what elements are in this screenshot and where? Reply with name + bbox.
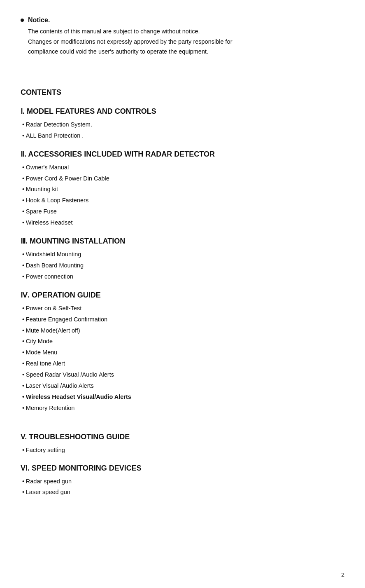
notice-section: Notice. The contents of this manual are … bbox=[21, 16, 344, 57]
notice-line2: Changes or modifications not expressly a… bbox=[28, 37, 344, 47]
list-item: ALL Band Protection . bbox=[22, 130, 344, 141]
list-item: Memory Retention bbox=[22, 403, 344, 414]
section-ii-items: Owner's ManualPower Cord & Power Din Cab… bbox=[22, 162, 344, 228]
list-item: Radar Detection System. bbox=[22, 119, 344, 130]
list-item: Laser Visual /Audio Alerts bbox=[22, 380, 344, 391]
section-vi-title: VI. SPEED MONITORING DEVICES bbox=[21, 464, 344, 473]
list-item: Mute Mode(Alert off) bbox=[22, 325, 344, 336]
list-item: Mounting kit bbox=[22, 184, 344, 195]
page-number: 2 bbox=[341, 572, 344, 578]
list-item: Factory setting bbox=[22, 445, 344, 456]
notice-body: The contents of this manual are subject … bbox=[28, 26, 344, 57]
list-item: Windshield Mounting bbox=[22, 249, 344, 260]
notice-line1: The contents of this manual are subject … bbox=[28, 26, 344, 37]
list-item: Power Cord & Power Din Cable bbox=[22, 173, 344, 184]
list-item: Laser speed gun bbox=[22, 487, 344, 498]
section-v-section: V. TROUBLESHOOTING GUIDEFactory setting bbox=[21, 433, 344, 456]
section-ii-section: Ⅱ. ACCESSORIES INCLUDED WITH RADAR DETEC… bbox=[21, 150, 344, 228]
section-v-items: Factory setting bbox=[22, 445, 344, 456]
list-item: Mode Menu bbox=[22, 347, 344, 358]
list-item: City Mode bbox=[22, 336, 344, 347]
list-item: Wireless Headset Visual/Audio Alerts bbox=[22, 391, 344, 403]
list-item: Dash Board Mounting bbox=[22, 260, 344, 271]
section-vi-items: Radar speed gunLaser speed gun bbox=[22, 476, 344, 498]
section-iii-section: Ⅲ. MOUNTING INSTALLATIONWindshield Mount… bbox=[21, 237, 344, 282]
notice-title: Notice. bbox=[28, 16, 50, 24]
list-item: Real tone Alert bbox=[22, 358, 344, 369]
section-ii-title: Ⅱ. ACCESSORIES INCLUDED WITH RADAR DETEC… bbox=[21, 150, 344, 159]
section-i-items: Radar Detection System.ALL Band Protecti… bbox=[22, 119, 344, 141]
section-iii-items: Windshield MountingDash Board MountingPo… bbox=[22, 249, 344, 282]
list-item: Spare Fuse bbox=[22, 206, 344, 217]
section-i-section: Ⅰ. MODEL FEATURES AND CONTROLSRadar Dete… bbox=[21, 107, 344, 141]
list-item: Radar speed gun bbox=[22, 476, 344, 487]
list-item: Hook & Loop Fasteners bbox=[22, 195, 344, 206]
section-iv-section: Ⅳ. OPERATION GUIDEPower on & Self-TestFe… bbox=[21, 290, 344, 424]
list-item: Wireless Headset bbox=[22, 217, 344, 228]
section-iii-title: Ⅲ. MOUNTING INSTALLATION bbox=[21, 237, 344, 246]
section-iv-items: Power on & Self-TestFeature Engaged Conf… bbox=[22, 303, 344, 414]
list-item: Owner's Manual bbox=[22, 162, 344, 173]
list-item: Power connection bbox=[22, 271, 344, 282]
section-i-title: Ⅰ. MODEL FEATURES AND CONTROLS bbox=[21, 107, 344, 116]
list-item: Power on & Self-Test bbox=[22, 303, 344, 314]
list-item: Speed Radar Visual /Audio Alerts bbox=[22, 369, 344, 380]
list-item: Feature Engaged Confirmation bbox=[22, 314, 344, 325]
section-vi-section: VI. SPEED MONITORING DEVICESRadar speed … bbox=[21, 464, 344, 498]
contents-label: CONTENTS bbox=[21, 88, 344, 97]
notice-line3: compliance could void the user's authori… bbox=[28, 47, 344, 57]
bullet-icon bbox=[21, 19, 24, 22]
sections-container: Ⅰ. MODEL FEATURES AND CONTROLSRadar Dete… bbox=[21, 107, 344, 498]
section-v-title: V. TROUBLESHOOTING GUIDE bbox=[21, 433, 344, 441]
section-iv-title: Ⅳ. OPERATION GUIDE bbox=[21, 290, 344, 300]
notice-heading: Notice. bbox=[21, 16, 344, 24]
